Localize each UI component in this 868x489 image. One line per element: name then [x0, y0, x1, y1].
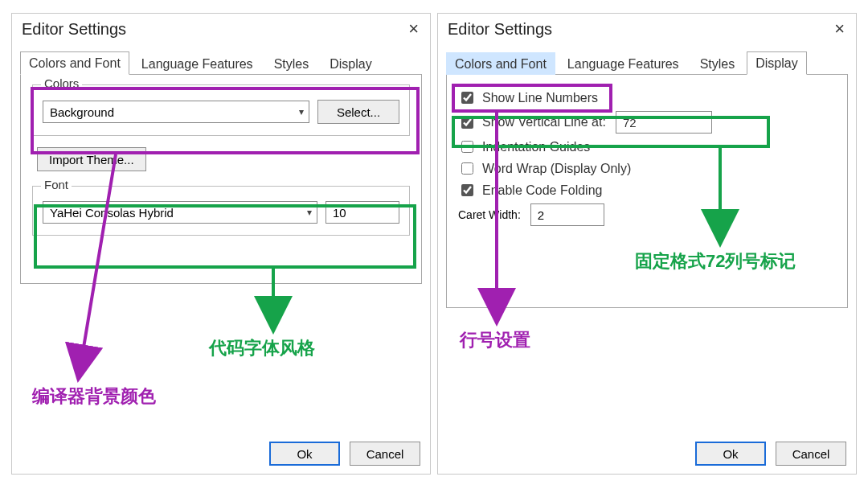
- tab-content-display: Show Line Numbers Show Vertical Line at:…: [446, 75, 848, 308]
- colors-combo[interactable]: Background ▾: [43, 101, 309, 123]
- font-size-input[interactable]: 10: [326, 201, 399, 224]
- tab-styles[interactable]: Styles: [265, 52, 318, 75]
- close-icon[interactable]: ×: [405, 18, 422, 39]
- import-theme-button[interactable]: Import Theme...: [37, 147, 146, 171]
- code-folding-label: Enable Code Folding: [482, 183, 602, 198]
- window-title: Editor Settings: [22, 20, 126, 39]
- ok-button[interactable]: Ok: [269, 442, 340, 466]
- colors-legend: Colors: [41, 76, 82, 90]
- font-groupbox: Font YaHei Consolas Hybrid ▾ 10: [32, 186, 410, 236]
- close-icon[interactable]: ×: [831, 18, 848, 39]
- code-folding-row: Enable Code Folding: [458, 182, 836, 199]
- vertical-line-value-input[interactable]: 72: [616, 111, 712, 134]
- caret-width-row: Caret Width: 2: [458, 203, 836, 226]
- show-line-numbers-row: Show Line Numbers: [458, 89, 836, 106]
- chevron-down-icon: ▾: [299, 106, 304, 117]
- tab-language-features[interactable]: Language Features: [559, 52, 688, 75]
- word-wrap-row: Word Wrap (Display Only): [458, 160, 836, 177]
- editor-settings-dialog-right: Editor Settings × Colors and Font Langua…: [437, 13, 857, 475]
- indentation-guides-checkbox[interactable]: [461, 141, 473, 153]
- caret-width-label: Caret Width:: [458, 208, 521, 221]
- dialog-button-bar: Ok Cancel: [695, 442, 846, 466]
- indentation-guides-row: Indentation Guides: [458, 138, 836, 155]
- chevron-down-icon: ▾: [307, 207, 312, 218]
- caret-width-input[interactable]: 2: [530, 203, 604, 226]
- title-bar: Editor Settings ×: [12, 14, 430, 44]
- font-combo[interactable]: YaHei Consolas Hybrid ▾: [43, 201, 317, 224]
- select-color-button[interactable]: Select...: [317, 100, 399, 124]
- cancel-button[interactable]: Cancel: [350, 442, 420, 466]
- font-combo-value: YaHei Consolas Hybrid: [50, 206, 174, 220]
- show-vertical-line-row: Show Vertical Line at: 72: [458, 111, 836, 134]
- title-bar: Editor Settings ×: [438, 14, 856, 44]
- show-line-numbers-checkbox[interactable]: [461, 92, 473, 104]
- editor-settings-dialog-left: Editor Settings × Colors and Font Langua…: [11, 13, 431, 475]
- code-folding-checkbox[interactable]: [461, 184, 473, 196]
- dialog-button-bar: Ok Cancel: [269, 442, 420, 466]
- word-wrap-checkbox[interactable]: [461, 162, 473, 175]
- tab-colors-and-font[interactable]: Colors and Font: [446, 52, 555, 75]
- show-line-numbers-label: Show Line Numbers: [482, 91, 598, 105]
- cancel-button[interactable]: Cancel: [776, 442, 846, 466]
- ok-button[interactable]: Ok: [695, 442, 766, 466]
- tab-styles[interactable]: Styles: [691, 52, 744, 75]
- tab-strip: Colors and Font Language Features Styles…: [446, 49, 848, 75]
- word-wrap-label: Word Wrap (Display Only): [482, 162, 631, 176]
- show-vertical-line-checkbox[interactable]: [461, 117, 473, 129]
- colors-groupbox: Colors Background ▾ Select...: [32, 84, 410, 136]
- tab-colors-and-font[interactable]: Colors and Font: [20, 51, 129, 75]
- tab-display[interactable]: Display: [321, 52, 380, 75]
- indentation-guides-label: Indentation Guides: [482, 140, 590, 154]
- colors-combo-value: Background: [50, 105, 114, 119]
- show-vertical-line-label: Show Vertical Line at:: [482, 115, 606, 129]
- window-title: Editor Settings: [448, 20, 552, 39]
- tab-language-features[interactable]: Language Features: [133, 52, 262, 75]
- font-legend: Font: [41, 178, 72, 191]
- tab-content-colors-font: Colors Background ▾ Select... Import The…: [20, 75, 422, 284]
- tab-display[interactable]: Display: [747, 51, 806, 75]
- tab-strip: Colors and Font Language Features Styles…: [20, 49, 422, 75]
